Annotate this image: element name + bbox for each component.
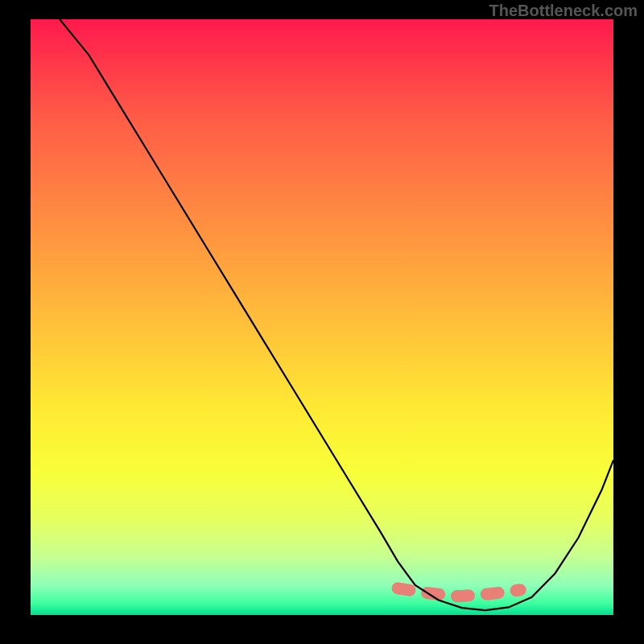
curve-layer <box>31 19 613 615</box>
bottleneck-curve <box>60 19 613 610</box>
chart-container: TheBottleneck.com <box>0 0 644 644</box>
watermark-text: TheBottleneck.com <box>489 2 638 20</box>
plot-area <box>31 19 613 615</box>
optimal-range-marker <box>398 588 520 597</box>
